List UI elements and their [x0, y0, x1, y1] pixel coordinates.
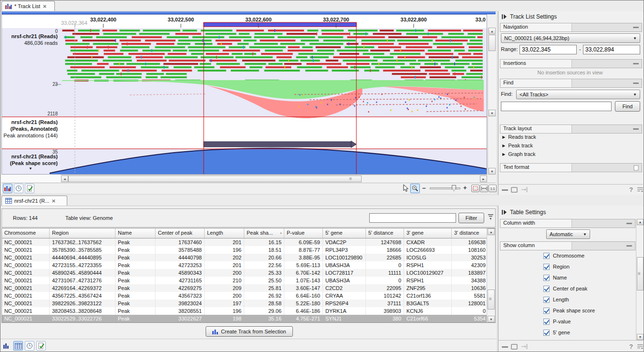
collapse-icon[interactable] — [623, 242, 635, 250]
collapse-icon[interactable] — [630, 60, 642, 68]
create-track-from-selection-button[interactable]: Create Track from Selection — [206, 326, 293, 337]
help-icon[interactable]: ? — [629, 186, 633, 193]
scroll-down-button[interactable]: ▼ — [488, 316, 495, 322]
close-icon[interactable]: ✕ — [52, 198, 55, 204]
folder-icon[interactable] — [511, 343, 518, 350]
sidebar-icon[interactable] — [501, 209, 507, 215]
find-input[interactable] — [501, 102, 612, 111]
column-header-5-distance[interactable]: 5' distance — [366, 228, 404, 238]
track-horizontal-scrollbar[interactable]: ◄ ≡ ► — [61, 175, 487, 183]
checkbox-checked-icon[interactable] — [543, 264, 550, 270]
show-column-checkbox-row[interactable]: Chromosome — [543, 252, 584, 259]
scroll-thumb[interactable] — [68, 176, 362, 182]
checkbox-checked-icon[interactable] — [543, 308, 550, 314]
show-column-checkbox-row[interactable]: P-value — [543, 318, 571, 325]
range-from-input[interactable] — [519, 45, 577, 54]
dock-icon[interactable] — [521, 343, 528, 350]
checkbox-checked-icon[interactable] — [543, 297, 550, 303]
settings-menu-icon[interactable] — [637, 343, 644, 350]
scroll-down-button[interactable]: ▼ — [488, 110, 496, 116]
scroll-up-button[interactable]: ▲ — [488, 28, 496, 34]
zoom-tool-button[interactable] — [410, 184, 420, 193]
dock-icon[interactable] — [521, 186, 528, 193]
column-header-3-distance[interactable]: 3' distance — [452, 228, 488, 238]
column-header-3-gene[interactable]: 3' gene — [404, 228, 452, 238]
track-vertical-scrollbar[interactable]: ▲ ▼ ▼ — [488, 28, 496, 175]
show-column-checkbox-row[interactable]: Center of peak — [543, 285, 587, 292]
find-button[interactable]: Find — [615, 101, 640, 112]
panel-scrollbar[interactable]: ▲ ≡ ▼ — [636, 219, 644, 340]
advanced-filter-icon[interactable] — [487, 214, 494, 221]
track-layout-item-reads-track[interactable]: ▶Reads track — [502, 134, 536, 140]
contig-select[interactable]: NC_000021 (46,944,323bp) ▼ — [501, 33, 640, 43]
history-view-button[interactable] — [25, 341, 34, 351]
minimize-icon[interactable] — [502, 346, 508, 348]
history-view-button[interactable] — [14, 184, 23, 193]
table-row[interactable]: NC_00002133022529..33022726Peak330226271… — [2, 315, 488, 322]
track-view-mode-button[interactable] — [3, 184, 12, 193]
scroll-down-button[interactable]: ▼ — [637, 334, 644, 340]
scroll-right-button[interactable]: ► — [480, 176, 487, 182]
table-row[interactable]: NC_00002139822926..39823122Peak398230241… — [2, 300, 488, 307]
scroll-left-button[interactable]: ◄ — [61, 176, 68, 182]
settings-menu-icon[interactable] — [637, 186, 644, 193]
table-row[interactable]: NC_00002142731067..42731276Peak427311652… — [2, 277, 488, 284]
table-row[interactable]: NC_00002142723155..42723355Peak427232532… — [2, 261, 488, 269]
close-icon[interactable]: ✕ — [42, 4, 46, 9]
checkbox-checked-icon[interactable] — [543, 319, 550, 325]
track-view-mode-button[interactable] — [2, 341, 11, 351]
column-header-length[interactable]: Length — [205, 228, 244, 238]
scroll-up-button[interactable]: ▲ — [637, 219, 644, 225]
column-header-5-gene[interactable]: 5' gene — [323, 228, 366, 238]
scroll-grip[interactable]: ≡ — [349, 176, 352, 181]
column-width-select[interactable]: Automatic ▼ — [546, 229, 590, 239]
scroll-up-button[interactable]: ▲ — [488, 228, 495, 235]
column-header-region[interactable]: Region — [50, 228, 115, 238]
checkbox-checked-icon[interactable] — [543, 253, 550, 259]
show-column-checkbox-row[interactable]: Region — [543, 263, 570, 270]
tab-track-list[interactable]: * Track List ✕ — [1, 1, 55, 11]
table-row[interactable]: NC_00002145890245..45890444Peak458903432… — [2, 269, 488, 277]
checkbox-checked-icon[interactable] — [543, 286, 550, 292]
collapse-icon[interactable] — [630, 125, 642, 133]
table-row[interactable]: NC_00002144440694..44440895Peak444407982… — [2, 254, 488, 261]
scroll-grip[interactable]: ≡ — [638, 271, 641, 276]
show-column-checkbox-row[interactable]: Length — [543, 296, 569, 303]
track-layout-item-peak-track[interactable]: ▶Peak track — [502, 143, 533, 148]
tab-table-view[interactable]: nrsf-chr21 (R... ✕ — [1, 196, 67, 206]
zoom-out-button[interactable]: − — [422, 185, 426, 192]
track-layout-item-graph-track[interactable]: ▶Graph track — [502, 151, 536, 157]
zoom-in-button[interactable]: + — [463, 184, 467, 191]
checkbox-checked-icon[interactable] — [543, 275, 550, 281]
filter-button[interactable]: Filter — [458, 213, 484, 223]
table-view-mode-button[interactable] — [13, 341, 23, 351]
column-header-center-of-peak[interactable]: Center of peak — [156, 228, 205, 238]
column-header-chromosome[interactable]: Chromosome — [2, 228, 50, 238]
table-row[interactable]: NC_00002142269164..42269372Peak422692752… — [2, 284, 488, 292]
checkbox-checked-icon[interactable] — [543, 330, 550, 336]
minimize-icon[interactable] — [502, 189, 508, 191]
table-row[interactable]: NC_00002117637362..17637562Peak176374602… — [2, 238, 488, 246]
element-info-button[interactable] — [36, 341, 46, 351]
genome-track-view[interactable]: 33,022,40033,022,50033,022,60033,022,700… — [1, 14, 487, 175]
column-header-name[interactable]: Name — [115, 228, 156, 238]
column-header-peak-sha-[interactable]: Peak sha...▲ — [244, 228, 284, 238]
peak-table[interactable]: ChromosomeRegionNameCenter of peakLength… — [1, 228, 496, 323]
filter-input[interactable] — [369, 213, 456, 223]
zoom-slider-thumb[interactable] — [452, 185, 456, 191]
collapse-icon[interactable] — [630, 23, 642, 31]
table-vertical-scrollbar[interactable]: ▲ ≡ ▼ — [487, 228, 495, 322]
table-row[interactable]: NC_00002138208453..38208648Peak382085511… — [2, 307, 488, 315]
scroll-grip[interactable]: ≡ — [489, 297, 492, 301]
folder-icon[interactable] — [511, 186, 518, 193]
show-column-checkbox-row[interactable]: Peak shape score — [543, 307, 595, 314]
collapse-icon[interactable] — [623, 219, 635, 228]
cursor-tool-icon[interactable] — [403, 185, 409, 192]
scroll-down-button[interactable]: ▼ — [488, 168, 496, 175]
graph-track-menu-caret[interactable]: ▼ — [29, 166, 32, 171]
element-info-button[interactable] — [25, 184, 34, 193]
fit-width-button[interactable] — [480, 185, 488, 192]
show-column-checkbox-row[interactable]: 5' gene — [543, 329, 570, 336]
column-header-p-value[interactable]: P-value — [284, 228, 323, 238]
help-icon[interactable]: ? — [629, 343, 633, 350]
